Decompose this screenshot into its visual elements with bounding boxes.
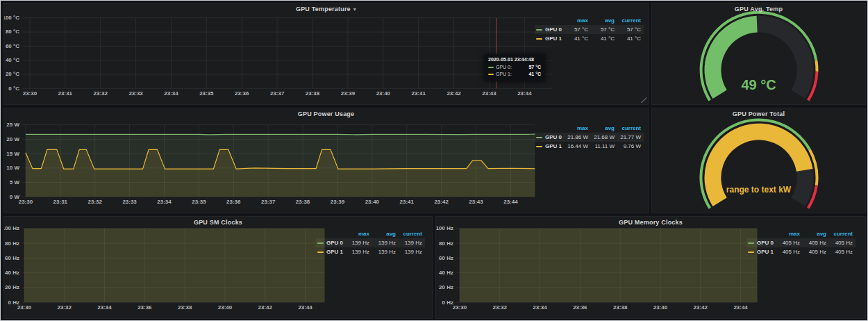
legend-series-cell: GPU 1 — [746, 247, 776, 256]
legend-table: maxavgcurrentGPU 0139 Hz139 Hz139 HzGPU … — [316, 229, 425, 256]
legend-value: 139 Hz — [346, 247, 372, 256]
x-tick-label: 23:42 — [694, 304, 708, 311]
x-tick-label: 23:40 — [653, 304, 668, 311]
legend-series-name[interactable]: GPU 0 — [545, 26, 562, 33]
power-total-gauge — [652, 108, 865, 213]
legend-header-spacer — [746, 229, 776, 238]
tooltip-series-value: 57 °C — [528, 64, 541, 71]
y-tick-label: 5 W — [10, 179, 20, 186]
legend-series-cell: GPU 1 — [535, 142, 565, 151]
x-tick-label: 23:35 — [192, 199, 206, 205]
series-fill-gpu-1 — [24, 217, 326, 302]
y-tick-label: 20 Hz — [5, 285, 19, 291]
x-tick-label: 23:30 — [17, 304, 32, 311]
legend-series-name[interactable]: GPU 0 — [757, 240, 774, 246]
legend-column-header-avg[interactable]: avg — [591, 16, 617, 25]
x-tick-label: 23:41 — [412, 90, 426, 97]
legend-column-header-max[interactable]: max — [346, 229, 372, 238]
panel-title-gpu-avg-temp[interactable]: GPU Avg. Temp — [652, 6, 865, 13]
panel-gpu-avg-temp: GPU Avg. Temp 49 °C — [651, 3, 866, 105]
legend-value: 16.44 W — [565, 142, 591, 151]
legend-value: 405 Hz — [803, 247, 829, 256]
x-tick-label: 23:39 — [341, 90, 356, 97]
y-tick-label: 60 Hz — [439, 255, 453, 261]
legend-series-name[interactable]: GPU 0 — [545, 134, 562, 140]
panel-title-gpu-sm-clocks[interactable]: GPU SM Clocks — [4, 219, 432, 226]
legend-series-row: GPU 0405 Hz405 Hz405 Hz — [746, 238, 856, 247]
legend-value: 21.86 W — [565, 133, 591, 142]
x-tick-label: 23:32 — [493, 304, 508, 311]
legend-header-row: maxavgcurrent — [535, 16, 644, 25]
legend-column-header-current[interactable]: current — [617, 124, 644, 133]
panel-title-gpu-memory-clocks[interactable]: GPU Memory Clocks — [436, 219, 865, 226]
x-tick-label: 23:40 — [365, 199, 380, 205]
legend-column-header-current[interactable]: current — [617, 16, 644, 25]
legend-header-spacer — [535, 124, 565, 133]
legend-series-cell: GPU 0 — [535, 133, 565, 142]
legend-series-cell: GPU 0 — [746, 238, 776, 247]
y-tick-label: 20 °C — [6, 71, 19, 77]
y-tick-label: 80 Hz — [439, 240, 453, 247]
legend-column-header-current[interactable]: current — [399, 229, 425, 238]
legend-series-name[interactable]: GPU 1 — [326, 249, 343, 255]
panel-title-gpu-power-usage[interactable]: GPU Power Usage — [4, 110, 648, 117]
x-tick-label: 23:43 — [482, 90, 496, 97]
series-fill-gpu-1 — [460, 217, 761, 302]
panel-title-text: GPU SM Clocks — [194, 219, 242, 226]
legend-series-name[interactable]: GPU 1 — [545, 143, 562, 149]
x-tick-label: 23:37 — [270, 90, 285, 97]
legend-series-name[interactable]: GPU 0 — [326, 240, 343, 246]
legend-value: 57 °C — [617, 25, 644, 34]
y-tick-label: 100 Hz — [436, 225, 453, 231]
legend-series-row: GPU 021.86 W21.68 W21.77 W — [535, 133, 644, 142]
x-tick-label: 23:35 — [199, 90, 214, 97]
legend-value: 57 °C — [591, 25, 617, 34]
x-tick-label: 23:36 — [573, 304, 587, 311]
x-tick-label: 23:34 — [157, 199, 172, 205]
legend-value: 139 Hz — [399, 238, 425, 247]
panel-resize-handle[interactable] — [640, 97, 646, 103]
panel-menu-caret-icon[interactable]: ▾ — [353, 6, 356, 13]
legend-value: 139 Hz — [372, 247, 399, 256]
gauge-threshold-ring — [816, 60, 817, 72]
legend-series-name[interactable]: GPU 1 — [757, 249, 774, 255]
y-tick-label: 40 Hz — [5, 270, 19, 276]
legend-column-header-avg[interactable]: avg — [591, 124, 617, 133]
legend-column-header-max[interactable]: max — [565, 124, 591, 133]
x-tick-label: 23:32 — [94, 90, 108, 97]
grafana-dashboard: GPU Temperature▾ 100 °C80 °C60 °C40 °C20… — [0, 0, 868, 321]
series-marker-icon — [317, 252, 324, 253]
panel-title-gpu-temperature[interactable]: GPU Temperature▾ — [4, 6, 648, 13]
grid — [22, 18, 552, 89]
legend-header-row: maxavgcurrent — [746, 229, 856, 238]
y-tick-label: 60 °C — [6, 43, 19, 49]
x-tick-label: 23:37 — [261, 199, 276, 205]
tooltip-time: 2020-05-01 23:44:48 — [488, 57, 541, 62]
temperature-legend: maxavgcurrentGPU 057 °C57 °C57 °CGPU 141… — [535, 16, 644, 43]
legend-value: 405 Hz — [829, 238, 856, 247]
legend-column-header-avg[interactable]: avg — [803, 229, 829, 238]
panel-title-gpu-power-total[interactable]: GPU Power Total — [652, 110, 865, 117]
legend-table: maxavgcurrentGPU 057 °C57 °C57 °CGPU 141… — [535, 16, 644, 43]
legend-column-header-current[interactable]: current — [829, 229, 856, 238]
y-tick-label: 80 Hz — [5, 240, 19, 247]
series-marker-icon — [536, 29, 542, 31]
legend-series-row: GPU 1139 Hz139 Hz139 Hz — [316, 247, 425, 256]
gauge-value: 49 °C — [652, 77, 865, 93]
panel-gpu-memory-clocks: GPU Memory Clocks 100 Hz80 Hz60 Hz40 Hz2… — [435, 216, 866, 319]
x-tick-label: 23:34 — [533, 304, 547, 311]
x-tick-label: 23:42 — [258, 304, 273, 311]
series-marker-icon — [536, 38, 542, 40]
legend-series-name[interactable]: GPU 1 — [545, 35, 562, 42]
legend-column-header-max[interactable]: max — [565, 16, 591, 25]
legend-column-header-avg[interactable]: avg — [372, 229, 399, 238]
x-tick-label: 23:36 — [226, 199, 241, 205]
legend-column-header-max[interactable]: max — [776, 229, 803, 238]
legend-series-cell: GPU 0 — [535, 25, 565, 34]
legend-series-cell: GPU 1 — [535, 34, 565, 43]
x-tick-label: 23:33 — [128, 90, 143, 97]
x-tick-label: 23:44 — [503, 199, 518, 205]
x-tick-label: 23:30 — [23, 90, 37, 97]
panel-gpu-power-total: GPU Power Total range to text kW — [651, 108, 866, 213]
series-marker-icon — [748, 252, 754, 253]
